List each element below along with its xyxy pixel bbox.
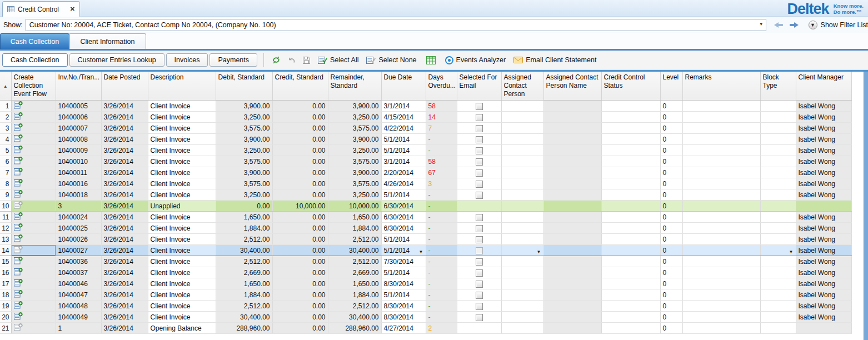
cell-block-type[interactable] (760, 289, 796, 301)
column-header-person[interactable]: Assigned Contact Person (501, 72, 543, 101)
cell-selected-for-email[interactable] (457, 167, 501, 178)
cell-client-manager[interactable]: Isabel Wong (796, 167, 851, 178)
create-collection-event-icon[interactable] (14, 179, 23, 187)
row-number[interactable]: 15 (0, 256, 11, 267)
cell-remainder[interactable]: 1,884.00 (328, 289, 381, 301)
cell-due-date[interactable]: 5/1/2014 (381, 289, 426, 301)
cell-credit-control-status[interactable] (601, 234, 660, 245)
tab-client-information[interactable]: Client Information (69, 33, 146, 49)
cell-remarks[interactable] (682, 312, 760, 323)
cell-remainder[interactable]: 2,512.00 (328, 301, 381, 312)
column-header-due[interactable]: Due Date (381, 72, 426, 101)
cell-remainder[interactable]: 2,512.00 (328, 256, 381, 267)
cell-client-manager[interactable] (796, 201, 851, 212)
table-row[interactable]: 5104000093/26/2014Client Invoice3,250.00… (0, 145, 851, 156)
selected-for-email-checkbox[interactable] (476, 247, 483, 254)
cell-create-collection-event[interactable] (11, 256, 56, 267)
cell-level[interactable]: 0 (660, 145, 682, 156)
cell-due-date[interactable]: 5/1/2014▼ (381, 245, 426, 256)
cell-remarks[interactable] (682, 323, 760, 334)
cell-selected-for-email[interactable] (457, 123, 501, 134)
cell-days-overdue[interactable]: - (426, 145, 457, 156)
cell-level[interactable]: 0 (660, 123, 682, 134)
cell-block-type[interactable] (760, 256, 796, 267)
create-collection-event-icon[interactable] (14, 101, 23, 109)
cell-date-posted[interactable]: 3/26/2014 (101, 312, 148, 323)
cell-invoice-number[interactable]: 10400024 (56, 212, 101, 223)
cell-selected-for-email[interactable] (457, 234, 501, 245)
cell-client-manager[interactable]: Isabel Wong (796, 189, 851, 201)
cell-assigned-contact-person[interactable] (501, 234, 543, 245)
cell-create-collection-event[interactable] (11, 278, 56, 289)
selected-for-email-checkbox[interactable] (476, 147, 483, 154)
cell-remainder[interactable]: 2,512.00 (328, 234, 381, 245)
table-row[interactable]: 17104000463/26/2014Client Invoice1,650.0… (0, 278, 851, 289)
cell-selected-for-email[interactable] (457, 156, 501, 167)
cell-due-date[interactable]: 3/1/2014 (381, 156, 426, 167)
cell-date-posted[interactable]: 3/26/2014 (101, 289, 148, 301)
cell-assigned-contact-person-name[interactable] (543, 189, 601, 201)
cell-remarks[interactable] (682, 145, 760, 156)
column-header-debit[interactable]: Debit, Standard (216, 72, 272, 101)
cell-level[interactable]: 0 (660, 312, 682, 323)
chevron-circle-icon[interactable]: ▼ (809, 21, 817, 29)
cell-assigned-contact-person[interactable]: ▼ (501, 245, 543, 256)
cell-level[interactable]: 0 (660, 189, 682, 201)
create-collection-event-icon[interactable] (14, 168, 23, 176)
cell-invoice-number[interactable]: 10400007 (56, 123, 101, 134)
row-number[interactable]: 5 (0, 145, 11, 156)
cell-assigned-contact-person[interactable] (501, 167, 543, 178)
cell-remainder[interactable]: 3,900.00 (328, 134, 381, 145)
cell-client-manager[interactable]: Isabel Wong (796, 123, 851, 134)
cell-create-collection-event[interactable] (11, 245, 56, 256)
chevron-down-icon[interactable]: ▼ (419, 249, 423, 254)
cell-remainder[interactable]: 3,250.00 (328, 145, 381, 156)
cell-create-collection-event[interactable] (11, 223, 56, 234)
row-number[interactable]: 3 (0, 123, 11, 134)
column-header-manager[interactable]: Client Manager (796, 72, 851, 101)
column-header-block[interactable]: Block Type (760, 72, 796, 101)
cell-remainder[interactable]: 3,575.00 (328, 156, 381, 167)
cell-remainder[interactable]: 30,400.00 (328, 245, 381, 256)
events-analyzer-button[interactable]: Events Analyzer (441, 53, 510, 67)
cell-level[interactable]: 0 (660, 256, 682, 267)
cell-client-manager[interactable]: Isabel Wong (796, 301, 851, 312)
cell-debit[interactable]: 3,900.00 (216, 167, 272, 178)
cell-credit[interactable]: 0.00 (272, 278, 328, 289)
create-collection-event-icon[interactable] (14, 112, 23, 120)
create-collection-event-icon[interactable] (14, 157, 23, 164)
vertical-scrollbar[interactable] (864, 72, 868, 340)
cell-assigned-contact-person[interactable] (501, 267, 543, 278)
cell-due-date[interactable]: 5/1/2014 (381, 267, 426, 278)
cell-invoice-number[interactable]: 10400010 (56, 156, 101, 167)
cell-assigned-contact-person-name[interactable] (543, 245, 601, 256)
selected-for-email-checkbox[interactable] (476, 136, 483, 143)
cell-days-overdue[interactable]: - (426, 134, 457, 145)
cell-invoice-number[interactable]: 10400018 (56, 189, 101, 201)
selected-for-email-checkbox[interactable] (476, 192, 483, 199)
cell-description[interactable]: Client Invoice (148, 234, 216, 245)
cell-days-overdue[interactable]: - (426, 278, 457, 289)
grid-icon[interactable] (426, 56, 436, 64)
cell-credit-control-status[interactable] (601, 301, 660, 312)
cell-debit[interactable]: 3,575.00 (216, 156, 272, 167)
cell-remainder[interactable]: 3,250.00 (328, 189, 381, 201)
cell-create-collection-event[interactable] (11, 323, 56, 334)
chevron-down-icon[interactable]: ▼ (759, 22, 764, 27)
cell-credit[interactable]: 0.00 (272, 112, 328, 123)
cell-client-manager[interactable]: Isabel Wong (796, 223, 851, 234)
cell-remarks[interactable] (682, 201, 760, 212)
cell-selected-for-email[interactable] (457, 212, 501, 223)
cell-due-date[interactable]: 5/1/2014 (381, 134, 426, 145)
row-number[interactable]: 20 (0, 312, 11, 323)
create-collection-event-icon[interactable] (14, 134, 23, 142)
cell-credit-control-status[interactable] (601, 245, 660, 256)
row-number[interactable]: 21 (0, 323, 11, 334)
cell-credit[interactable]: 0.00 (272, 212, 328, 223)
cell-remainder[interactable]: 3,900.00 (328, 167, 381, 178)
cell-remarks[interactable] (682, 245, 760, 256)
cell-description[interactable]: Opening Balance (148, 323, 216, 334)
cell-block-type[interactable] (760, 201, 796, 212)
cell-assigned-contact-person-name[interactable] (543, 156, 601, 167)
table-row[interactable]: 1033/26/2014Unapplied0.0010,000.0010,000… (0, 201, 851, 212)
